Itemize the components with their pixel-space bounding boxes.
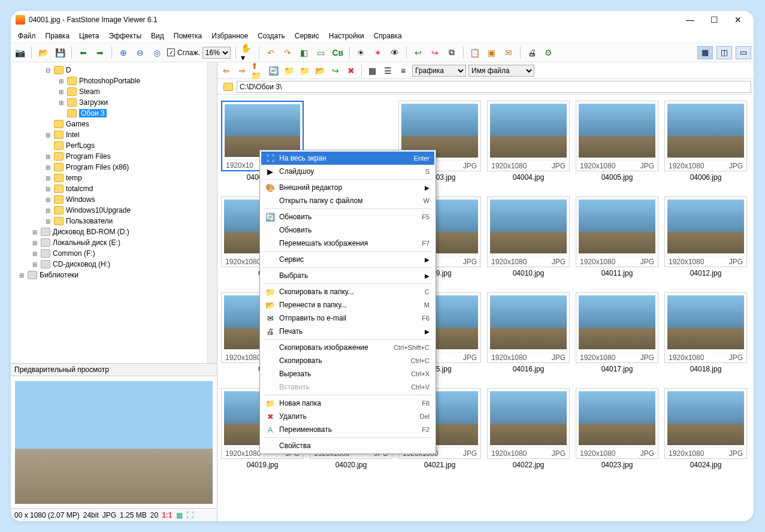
tree-item[interactable]: ⊞Загрузки [13,97,207,108]
close-button[interactable]: ✕ [733,15,743,25]
redeye-icon[interactable]: 👁 [388,46,401,59]
tree-item[interactable]: ⊞CD-дисковод (H:) [13,259,207,270]
thumbnail-item[interactable]: 1920x1080JPG04017.jpg [576,292,658,381]
thumbnail-item[interactable]: 1920x1080JPG04018.jpg [664,292,747,381]
menu-Сервис[interactable]: Сервис [290,31,324,41]
menu-Вид[interactable]: Вид [146,31,169,41]
thumbnail-item[interactable]: 1920x1080JPG04022.jpg [487,388,570,477]
smooth-checkbox[interactable]: ✓ [167,49,175,56]
copy-icon[interactable]: 📋 [468,46,482,59]
tree-item[interactable]: ⊟D [13,65,207,75]
zoom-in-icon[interactable]: ⊕ [117,46,130,59]
zoom-out-icon[interactable]: ⊖ [134,46,147,59]
open-icon[interactable]: 📂 [37,46,50,59]
tree-item[interactable]: ⊞Локальный диск (E:) [13,237,207,248]
nav-refresh-icon[interactable]: 🔄 [267,64,280,77]
tree-item[interactable]: ⊞Program Files [13,151,207,162]
menu-item[interactable]: Скопировать изображениеCtrl+Shift+C [261,341,434,354]
text-icon[interactable]: Св [331,46,344,59]
menu-item[interactable]: ⛶На весь экранEnter [261,152,434,165]
menu-item[interactable]: ВырезатьCtrl+X [261,367,434,380]
menu-item[interactable]: 🎨Внешний редактор▶ [261,181,434,194]
tree-item[interactable]: Games [13,119,207,129]
resize-icon[interactable]: ▭ [315,46,328,59]
menu-Правка[interactable]: Правка [41,31,75,41]
tree-scrollbar[interactable] [207,62,217,363]
zoom-fit-icon[interactable]: ◎ [150,46,164,59]
copy-to-icon[interactable]: ↪ [329,64,342,77]
menu-item[interactable]: Свойства [261,439,434,452]
menu-item[interactable]: 📁Новая папкаF8 [261,397,434,410]
tree-item[interactable]: ⊞PhotoshopPortable [13,75,207,86]
print-icon[interactable]: 🖨 [525,46,539,59]
tree-item[interactable]: ⊞Дисковод BD-ROM (D:) [13,226,207,237]
thumbnail-item[interactable]: 1920x1080JPG04005.jpg [576,101,658,189]
menu-item[interactable]: Сервис▶ [261,253,434,266]
tree-item[interactable]: ⊞Steam [13,86,207,97]
status-histogram-icon[interactable]: ▦ [176,511,183,519]
tree-item[interactable]: ⊞Common (F:) [13,248,207,259]
thumbnail-item[interactable]: 1920x1080JPG04004.jpg [487,101,570,189]
status-fullscreen-icon[interactable]: ⛶ [186,511,193,519]
menu-item[interactable]: 📁Скопировать в папку...C [261,285,434,298]
nav-up-icon[interactable]: ⬆📁 [251,64,264,77]
menu-Справка[interactable]: Справка [369,31,407,41]
menu-Цвета[interactable]: Цвета [74,31,104,41]
effects-icon[interactable]: ☀ [355,46,368,59]
acquire-icon[interactable]: 📷 [13,46,26,59]
thumbnail-item[interactable]: 1920x1080JPG04012.jpg [664,197,747,285]
maximize-button[interactable]: ☐ [709,15,719,25]
menu-item[interactable]: Обновить [261,223,434,237]
settings-icon[interactable]: ⚙ [542,46,555,59]
menu-item[interactable]: ✉Отправить по e-mailF6 [261,312,434,325]
menu-item[interactable]: 📂Перенести в папку...M [261,298,434,312]
menu-Пометка[interactable]: Пометка [169,31,207,41]
tree-item[interactable]: ⊞Пользователи [13,216,207,226]
menu-Эффекты[interactable]: Эффекты [104,31,147,41]
redo-icon[interactable]: ↪ [428,46,442,59]
tree-item[interactable]: ⊞Windows [13,194,207,205]
menu-item[interactable]: ✖УдалитьDel [261,410,434,423]
newfolder-icon[interactable]: 📁 [298,64,311,77]
delete-icon[interactable]: ✖ [344,64,358,77]
tree-item[interactable]: ⊞temp [13,173,207,183]
color-icon[interactable]: ✶ [371,46,385,59]
undo-icon[interactable]: ↩ [412,46,425,59]
nav-back-icon[interactable]: ⇐ [220,64,233,77]
tree-item[interactable]: Обои 3 [13,108,207,119]
move-icon[interactable]: 📂 [313,64,326,77]
fav-icon[interactable]: 📁 [282,64,295,77]
tree-item[interactable]: ⊞Program Files (x86) [13,162,207,173]
view-large-icon[interactable]: ▦ [365,64,379,77]
menu-item[interactable]: Выбрать▶ [261,269,434,282]
sort-select[interactable]: Имя файла [468,65,534,77]
tree-item[interactable]: ⊞Intel [13,129,207,140]
nav-forward-icon[interactable]: ⇒ [235,64,249,77]
rotate-right-icon[interactable]: ↷ [281,46,294,59]
rotate-left-icon[interactable]: ↶ [264,46,277,59]
context-menu[interactable]: ⛶На весь экранEnter▶СлайдшоуS🎨Внешний ре… [259,150,436,454]
menu-item[interactable]: 🖨Печать▶ [261,325,434,338]
menu-item[interactable]: Открыть папку с файломW [261,194,434,207]
menu-Создать[interactable]: Создать [253,31,290,41]
view-detail-icon[interactable]: ≡ [397,64,410,77]
compare-icon[interactable]: ⧉ [445,46,458,59]
thumbnail-item[interactable]: 1920x1080JPG04023.jpg [576,388,658,477]
slideshow-icon[interactable]: ▣ [485,46,498,59]
folder-tree[interactable]: ⊟D⊞PhotoshopPortable⊞Steam⊞ЗагрузкиОбои … [11,62,207,363]
hand-icon[interactable]: ✋▾ [241,46,254,59]
thumbnail-item[interactable]: 1920x1080JPG04010.jpg [487,197,570,285]
path-input[interactable] [237,81,751,93]
view-list-icon[interactable]: ☰ [381,64,394,77]
menu-Избранное[interactable]: Избранное [207,31,253,41]
zoom-select[interactable]: 16% [202,47,231,59]
thumbnail-item[interactable]: 1920x1080JPG04006.jpg [664,101,747,189]
email-icon[interactable]: ✉ [502,46,515,59]
tree-item[interactable]: ⊞totalcmd [13,183,207,194]
thumbnail-item[interactable]: 1920x1080JPG04011.jpg [576,197,658,285]
filter-select[interactable]: Графика [412,65,466,77]
menu-item[interactable]: ▶СлайдшоуS [261,165,434,178]
menu-item[interactable]: СкопироватьCtrl+C [261,354,434,367]
forward-icon[interactable]: ➡ [93,46,107,59]
minimize-button[interactable]: — [685,15,695,25]
